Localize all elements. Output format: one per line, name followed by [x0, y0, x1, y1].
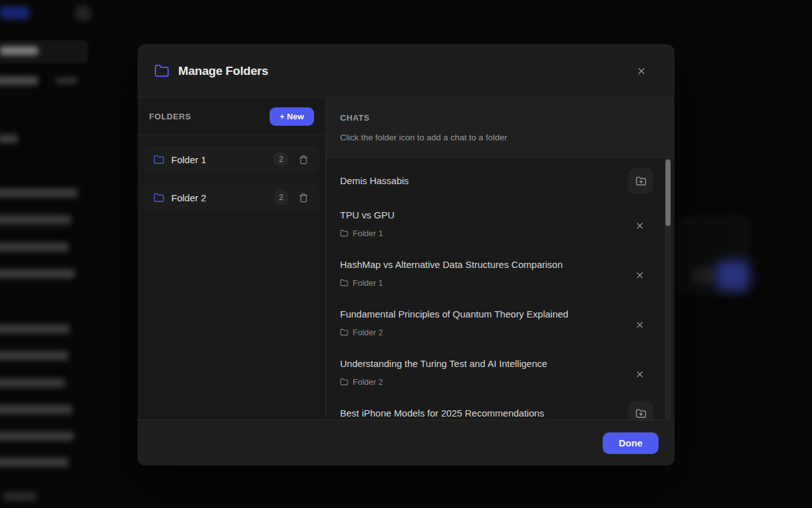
- x-icon: [635, 221, 645, 231]
- sidebar-chat-blurred: [0, 189, 77, 197]
- close-button[interactable]: [632, 62, 650, 80]
- folder-icon: [154, 154, 164, 165]
- main-send-button-blurred: [716, 260, 750, 291]
- sidebar-chat-blurred: [0, 215, 71, 224]
- chat-row: Fundamental Principles of Quantum Theory…: [326, 298, 674, 348]
- chat-title: TPU vs GPU: [340, 208, 639, 222]
- chat-folder-tag: Folder 2: [340, 376, 639, 387]
- delete-folder-button[interactable]: [296, 152, 310, 166]
- sidebar-active-item-text-blurred: [0, 46, 38, 55]
- chats-description: Click the folder icon to add a chat to a…: [340, 133, 674, 142]
- chat-folder-tag: Folder 1: [340, 277, 639, 288]
- folders-panel-header: FOLDERS + New: [138, 98, 325, 135]
- chat-row: TPU vs GPU Folder 1: [326, 199, 674, 249]
- sidebar-chat-blurred: [0, 378, 65, 387]
- trash-icon: [299, 193, 308, 203]
- modal-header: Manage Folders: [138, 44, 674, 98]
- chat-title: Demis Hassabis: [340, 174, 639, 188]
- folder-icon: [340, 328, 348, 337]
- chat-row: Demis Hassabis: [326, 165, 674, 199]
- modal-body: FOLDERS + New Folder 1 2 Folder 2 2: [138, 98, 674, 420]
- folder-icon: [340, 229, 348, 237]
- folder-icon: [340, 279, 348, 287]
- done-button[interactable]: Done: [603, 432, 658, 454]
- sidebar-chat-blurred: [0, 324, 70, 333]
- folder-name: Folder 2: [171, 192, 273, 203]
- chat-title: Understanding the Turing Test and AI Int…: [340, 357, 639, 371]
- chat-folder-tag: Folder 1: [340, 227, 639, 239]
- add-to-folder-button[interactable]: [628, 168, 653, 194]
- folder-icon: [340, 378, 348, 386]
- chat-title: HashMap vs Alternative Data Structures C…: [340, 258, 639, 272]
- x-icon: [636, 66, 646, 76]
- delete-folder-button[interactable]: [296, 190, 310, 204]
- folder-plus-icon: [636, 408, 646, 419]
- folder-icon: [154, 64, 169, 79]
- remove-from-folder-button[interactable]: [632, 367, 646, 381]
- chat-folder-label: Folder 2: [353, 328, 383, 337]
- folder-plus-icon: [636, 176, 646, 187]
- folder-name: Folder 1: [171, 154, 273, 165]
- chat-folder-label: Folder 2: [353, 377, 383, 387]
- remove-from-folder-button[interactable]: [632, 318, 646, 331]
- modal-footer: Done: [138, 420, 674, 465]
- folders-heading: FOLDERS: [149, 112, 191, 121]
- trash-icon: [299, 155, 308, 164]
- main-panel-blurred: [676, 215, 751, 296]
- chats-heading: CHATS: [340, 113, 674, 123]
- sidebar-footer-blurred: [3, 492, 36, 501]
- chat-folder-label: Folder 1: [353, 229, 383, 238]
- folder-count-badge: 2: [273, 152, 289, 167]
- x-icon: [635, 320, 645, 330]
- sidebar-chat-blurred: [0, 405, 72, 414]
- sidebar-chat-blurred: [0, 269, 75, 278]
- chat-title: Fundamental Principles of Quantum Theory…: [340, 307, 639, 321]
- new-folder-button[interactable]: + New: [270, 107, 314, 126]
- sidebar-active-item-blurred: [0, 40, 88, 64]
- chat-list-scrollbar-thumb[interactable]: [665, 159, 671, 226]
- sidebar-chat-blurred: [0, 243, 69, 251]
- remove-from-folder-button[interactable]: [632, 268, 646, 282]
- chat-row: Best iPhone Models for 2025 Recommendati…: [326, 398, 674, 420]
- remove-from-folder-button[interactable]: [632, 218, 646, 232]
- folder-list: Folder 1 2 Folder 2 2: [138, 135, 325, 222]
- sidebar-chat-blurred: [0, 458, 69, 467]
- sidebar-menu-icon-blurred: [75, 5, 91, 22]
- folder-row[interactable]: Folder 2 2: [144, 184, 319, 211]
- sidebar-item-text-blurred: [0, 76, 38, 85]
- chat-title: Best iPhone Models for 2025 Recommendati…: [340, 406, 639, 420]
- x-icon: [635, 370, 645, 379]
- sidebar-chat-blurred: [0, 432, 74, 441]
- chat-rows: Demis Hassabis TPU vs GPU Folder 1: [326, 165, 674, 420]
- chat-row: HashMap vs Alternative Data Structures C…: [326, 249, 674, 298]
- folders-panel: FOLDERS + New Folder 1 2 Folder 2 2: [138, 98, 326, 420]
- sidebar-chat-blurred: [0, 351, 69, 360]
- folder-row[interactable]: Folder 1 2: [144, 145, 319, 173]
- add-to-folder-button[interactable]: [628, 401, 653, 420]
- main-attach-button-blurred: [691, 267, 717, 284]
- manage-folders-modal: Manage Folders FOLDERS + New Folder 1 2: [138, 44, 674, 465]
- folder-icon: [154, 192, 164, 203]
- chat-row: Understanding the Turing Test and AI Int…: [326, 348, 674, 398]
- modal-title: Manage Folders: [178, 64, 632, 78]
- sidebar-label-blurred: [0, 135, 18, 143]
- sidebar-item-side-blurred: [56, 77, 77, 84]
- chat-list: Demis Hassabis TPU vs GPU Folder 1: [326, 157, 674, 420]
- chats-panel-header: CHATS Click the folder icon to add a cha…: [326, 98, 674, 157]
- x-icon: [635, 271, 645, 280]
- chat-folder-tag: Folder 2: [340, 326, 639, 338]
- folder-count-badge: 2: [273, 190, 289, 205]
- app-logo-blurred: [0, 6, 29, 19]
- chats-panel: CHATS Click the folder icon to add a cha…: [326, 98, 674, 420]
- chat-folder-label: Folder 1: [353, 278, 383, 288]
